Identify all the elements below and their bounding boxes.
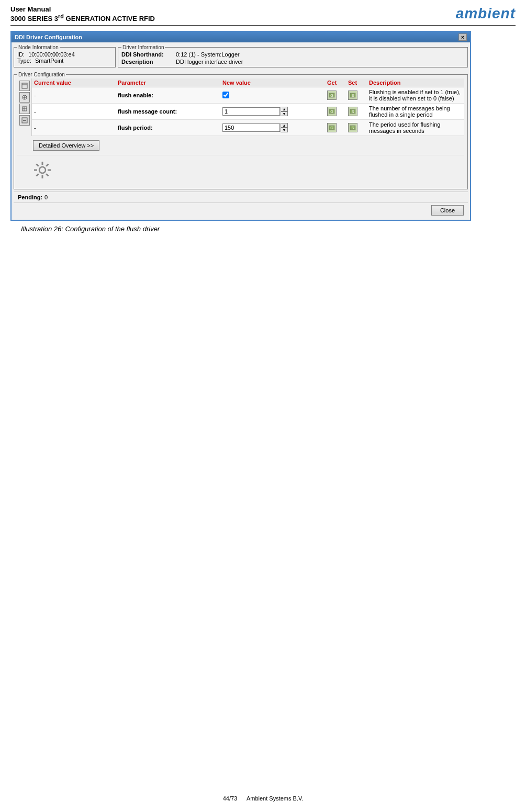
get-button-2[interactable]: G <box>327 123 337 132</box>
row0-current-value: - <box>34 92 118 98</box>
header-get: Get <box>327 80 348 86</box>
driver-shorthand-row: DDI Shorthand: 0:12 (1) - System:Logger <box>121 51 464 58</box>
spin-up-2[interactable]: ▲ <box>281 123 288 128</box>
driver-description-row: Description DDI logger interface driver <box>121 59 464 65</box>
left-icon-bar <box>17 78 32 136</box>
get-button-1[interactable]: G <box>327 107 337 116</box>
svg-text:G: G <box>330 126 333 130</box>
row2-current-value: - <box>34 125 118 131</box>
driver-info-legend: Driver Information <box>121 44 165 50</box>
header-title1: User Manual <box>10 5 155 13</box>
detailed-overview-button[interactable]: Detailed Overview >> <box>33 140 99 151</box>
header-parameter: Parameter <box>118 80 222 86</box>
footer-page: 44/73 <box>223 795 238 802</box>
row1-parameter: flush message count: <box>118 108 222 115</box>
logo: ambient <box>456 5 516 22</box>
gear-area <box>17 155 464 187</box>
set-button-1[interactable]: S <box>348 107 357 116</box>
set-button-2[interactable]: S <box>348 123 357 132</box>
svg-line-27 <box>37 164 39 166</box>
node-info-panel: Node Information ID: 10:00:00:00:03:e4 T… <box>14 44 116 67</box>
svg-text:S: S <box>352 110 354 114</box>
row0-set-btn: S <box>348 91 369 100</box>
config-outer: Current value Parameter New value Get Se… <box>17 78 464 136</box>
driver-config-legend: Driver Configuration <box>17 72 66 77</box>
spin-buttons-1: ▲ ▼ <box>281 107 288 116</box>
icon-btn-4[interactable] <box>19 115 30 126</box>
get-button-0[interactable]: G <box>327 91 337 100</box>
row1-get-btn: G <box>327 107 348 116</box>
config-right: Current value Parameter New value Get Se… <box>32 78 464 136</box>
config-table-header: Current value Parameter New value Get Se… <box>32 78 464 87</box>
footer-company: Ambient Systems B.V. <box>247 795 303 802</box>
svg-rect-5 <box>23 107 27 111</box>
node-info-legend: Node Information <box>17 44 60 50</box>
svg-line-30 <box>37 174 39 176</box>
svg-line-29 <box>46 164 48 166</box>
header-set: Set <box>348 80 369 86</box>
dialog-titlebar: DDI Driver Configuration × <box>12 32 470 42</box>
row1-current-value: - <box>34 108 118 115</box>
svg-rect-0 <box>22 83 27 88</box>
row0-description: Flushing is enabled if set to 1 (true), … <box>369 89 462 102</box>
row2-description: The period used for flushing messages in… <box>369 121 462 134</box>
svg-text:S: S <box>352 126 354 130</box>
svg-line-28 <box>46 174 48 176</box>
overview-area: Detailed Overview >> <box>17 136 464 155</box>
bottom-bar: Close <box>14 202 468 218</box>
node-id-value: 10:00:00:00:03:e4 <box>28 51 75 58</box>
page-header: User Manual 3000 SERIES 3rd GENERATION A… <box>0 0 526 25</box>
close-button[interactable]: Close <box>431 205 464 216</box>
spin-container-1: ▲ ▼ <box>222 107 327 116</box>
row2-new-value: ▲ ▼ <box>222 123 327 132</box>
svg-point-22 <box>39 167 46 173</box>
icon-btn-2[interactable] <box>19 92 30 103</box>
node-type-label: Type: <box>17 58 31 64</box>
dialog-title: DDI Driver Configuration <box>15 34 82 40</box>
flush-enable-checkbox[interactable] <box>222 92 229 98</box>
row1-set-btn: S <box>348 107 369 116</box>
header-new-value: New value <box>222 80 327 86</box>
driver-description-value: DDI logger interface driver <box>176 59 243 65</box>
row2-get-btn: G <box>327 123 348 132</box>
header-title2: 3000 SERIES 3rd GENERATION ACTIVE RFID <box>10 13 155 22</box>
set-button-0[interactable]: S <box>348 91 357 100</box>
header-current-value: Current value <box>34 80 118 86</box>
flush-period-input[interactable] <box>222 123 280 132</box>
icon-btn-3[interactable] <box>19 104 30 114</box>
header-description: Description <box>369 80 462 86</box>
spin-up-1[interactable]: ▲ <box>281 107 288 111</box>
svg-text:G: G <box>330 94 333 97</box>
svg-text:S: S <box>352 94 354 97</box>
pending-area: Pending: 0 <box>14 191 468 202</box>
pending-value: 0 <box>44 194 48 200</box>
info-row: Node Information ID: 10:00:00:00:03:e4 T… <box>14 44 468 70</box>
flush-message-count-input[interactable] <box>222 107 280 116</box>
table-row: - flush period: ▲ ▼ <box>32 120 464 136</box>
driver-shorthand-value: 0:12 (1) - System:Logger <box>176 51 240 58</box>
dialog-body: Node Information ID: 10:00:00:00:03:e4 T… <box>12 42 470 220</box>
svg-text:G: G <box>330 110 333 114</box>
row0-parameter: flush enable: <box>118 92 222 98</box>
spin-down-2[interactable]: ▼ <box>281 128 288 132</box>
driver-config-panel: Driver Configuration <box>14 72 468 189</box>
icon-btn-1[interactable] <box>19 81 30 91</box>
node-id-row: ID: 10:00:00:00:03:e4 <box>17 51 112 58</box>
spin-down-1[interactable]: ▼ <box>281 111 288 116</box>
pending-label: Pending: <box>18 194 42 200</box>
row2-parameter: flush period: <box>118 125 222 131</box>
driver-description-label: Description <box>121 59 174 65</box>
table-row: - flush message count: ▲ ▼ <box>32 104 464 120</box>
row0-get-btn: G <box>327 91 348 100</box>
page-footer: 44/73 Ambient Systems B.V. <box>0 795 526 802</box>
dialog-window: DDI Driver Configuration × Node Informat… <box>10 31 471 221</box>
dialog-close-button[interactable]: × <box>458 33 467 41</box>
spin-container-2: ▲ ▼ <box>222 123 327 132</box>
driver-shorthand-label: DDI Shorthand: <box>121 51 174 58</box>
header-titles: User Manual 3000 SERIES 3rd GENERATION A… <box>10 5 155 22</box>
node-id-label: ID: <box>17 51 25 58</box>
spin-buttons-2: ▲ ▼ <box>281 123 288 132</box>
node-type-row: Type: SmartPoint <box>17 58 112 64</box>
row0-new-value <box>222 92 327 99</box>
row1-new-value: ▲ ▼ <box>222 107 327 116</box>
